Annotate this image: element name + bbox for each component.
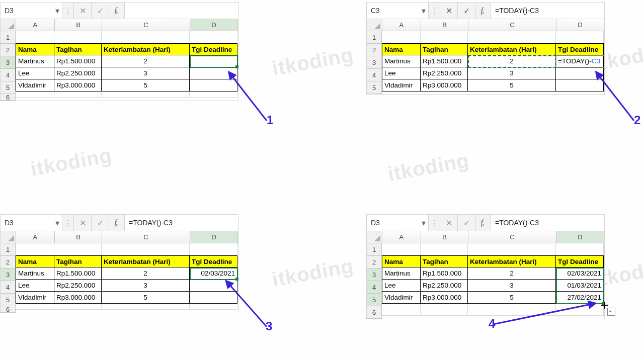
cell[interactable]: 3: [468, 280, 556, 292]
cell[interactable]: Rp3.000.000: [421, 79, 468, 92]
cell[interactable]: [190, 292, 237, 304]
cell[interactable]: 02/03/2021: [556, 267, 604, 280]
cell[interactable]: Lee: [16, 67, 54, 79]
name-box[interactable]: D3 ▾: [367, 215, 429, 231]
cell[interactable]: Rp1.500.000: [54, 267, 102, 280]
column-header-a[interactable]: A: [16, 231, 55, 243]
row-header[interactable]: 1: [367, 243, 382, 256]
row-header[interactable]: 2: [367, 256, 382, 268]
enter-formula-button[interactable]: ✓: [458, 3, 475, 19]
row-header[interactable]: 5: [1, 294, 16, 306]
cell[interactable]: Vldadimir: [16, 79, 54, 92]
cell[interactable]: 2: [468, 55, 556, 67]
select-all-corner[interactable]: [367, 231, 382, 243]
row-headers[interactable]: 1 2 3 4 5 6: [367, 243, 382, 319]
row-header[interactable]: 3: [367, 56, 382, 69]
cancel-formula-button[interactable]: ✕: [440, 215, 458, 231]
name-box[interactable]: D3 ▾: [1, 3, 62, 19]
cell[interactable]: Keterlambatan (Hari): [102, 43, 190, 55]
column-header-d[interactable]: D: [190, 231, 238, 243]
cell[interactable]: 5: [102, 79, 190, 92]
cell[interactable]: =TODAY()-C3: [556, 55, 604, 67]
formula-input[interactable]: =TODAY()-C3: [125, 215, 238, 231]
cell[interactable]: Lee: [382, 280, 421, 292]
cell[interactable]: Vldadimir: [382, 79, 421, 92]
cancel-formula-button[interactable]: ✕: [74, 215, 92, 231]
cell[interactable]: Tgl Deadline: [190, 43, 237, 55]
cell[interactable]: Vldadimir: [16, 292, 54, 304]
cell[interactable]: Rp3.000.000: [54, 79, 102, 92]
row-header[interactable]: 5: [367, 294, 382, 306]
fx-icon[interactable]: fx: [109, 215, 125, 231]
row-header[interactable]: 6: [1, 306, 16, 313]
cell[interactable]: [190, 67, 237, 79]
row-header[interactable]: 2: [1, 44, 16, 56]
row-header[interactable]: 6: [1, 94, 16, 101]
cell[interactable]: 02/03/2021: [190, 267, 237, 280]
cell[interactable]: Martinus: [16, 267, 54, 280]
cell[interactable]: 3: [468, 67, 556, 79]
formula-input[interactable]: [125, 3, 238, 19]
fx-icon[interactable]: fx: [109, 3, 125, 19]
cell[interactable]: Nama: [382, 43, 421, 55]
column-header-d[interactable]: D: [190, 19, 238, 31]
cell[interactable]: Keterlambatan (Hari): [468, 255, 556, 267]
column-header-c[interactable]: C: [102, 231, 190, 243]
spreadsheet-grid[interactable]: A B C D 1 2 3 4 5 6 Nama Tagihan Keterla…: [366, 231, 605, 319]
cell[interactable]: Tgl Deadline: [190, 255, 237, 267]
cell[interactable]: Keterlambatan (Hari): [102, 255, 190, 267]
name-box[interactable]: C3 ▾: [367, 3, 429, 19]
cell[interactable]: 2: [102, 55, 190, 67]
cell[interactable]: Tgl Deadline: [556, 255, 604, 267]
row-header[interactable]: 6: [367, 306, 382, 319]
cell[interactable]: Tagihan: [421, 43, 468, 55]
row-header[interactable]: 1: [1, 31, 16, 44]
select-all-corner[interactable]: [1, 19, 16, 31]
column-header-b[interactable]: B: [421, 19, 468, 31]
cell[interactable]: [556, 79, 604, 92]
enter-formula-button[interactable]: ✓: [92, 3, 109, 19]
cell[interactable]: 3: [102, 67, 190, 79]
cell[interactable]: Lee: [382, 67, 421, 79]
cell[interactable]: Rp2.250.000: [54, 280, 102, 292]
cell[interactable]: [190, 280, 237, 292]
cell[interactable]: 5: [102, 292, 190, 304]
cell[interactable]: [190, 55, 237, 67]
cell[interactable]: Nama: [16, 43, 54, 55]
cell[interactable]: Nama: [16, 255, 54, 267]
cell-area[interactable]: Nama Tagihan Keterlambatan (Hari) Tgl De…: [16, 243, 237, 313]
column-header-a[interactable]: A: [382, 231, 421, 243]
cell[interactable]: 5: [468, 292, 556, 304]
cell[interactable]: Rp2.250.000: [421, 67, 468, 79]
cell[interactable]: Lee: [16, 280, 54, 292]
row-header[interactable]: 1: [1, 243, 16, 256]
column-header-a[interactable]: A: [16, 19, 55, 31]
cell[interactable]: Vldadimir: [382, 292, 421, 304]
row-headers[interactable]: 1 2 3 4 5 6: [1, 31, 16, 101]
row-headers[interactable]: 1 2 3 4 5: [367, 31, 382, 94]
cell[interactable]: Nama: [382, 255, 421, 267]
cell[interactable]: 27/02/2021: [556, 292, 604, 304]
row-header[interactable]: 3: [367, 268, 382, 281]
column-header-b[interactable]: B: [421, 231, 468, 243]
row-header[interactable]: 1: [367, 31, 382, 44]
cell[interactable]: Rp2.250.000: [54, 67, 102, 79]
row-header[interactable]: 2: [367, 44, 382, 56]
cell[interactable]: Rp1.500.000: [421, 55, 468, 67]
row-header[interactable]: 4: [367, 281, 382, 294]
row-header[interactable]: 4: [367, 69, 382, 81]
cell[interactable]: Martinus: [382, 267, 421, 280]
fx-icon[interactable]: fx: [475, 3, 491, 19]
cell[interactable]: Rp3.000.000: [54, 292, 102, 304]
row-header[interactable]: 3: [1, 268, 16, 281]
cell[interactable]: 2: [102, 267, 190, 280]
cell[interactable]: Rp2.250.000: [421, 280, 468, 292]
select-all-corner[interactable]: [367, 19, 382, 31]
row-header[interactable]: 5: [367, 81, 382, 94]
cancel-formula-button[interactable]: ✕: [74, 3, 92, 19]
spreadsheet-grid[interactable]: A B C D 1 2 3 4 5 Nama Tagihan Keterlamb…: [366, 19, 605, 95]
row-header[interactable]: 5: [1, 81, 16, 94]
autofill-options-button[interactable]: [607, 308, 615, 316]
spreadsheet-grid[interactable]: A B C D 1 2 3 4 5 6 Nama Tagihan Keterla…: [0, 19, 238, 101]
row-header[interactable]: 4: [1, 281, 16, 294]
